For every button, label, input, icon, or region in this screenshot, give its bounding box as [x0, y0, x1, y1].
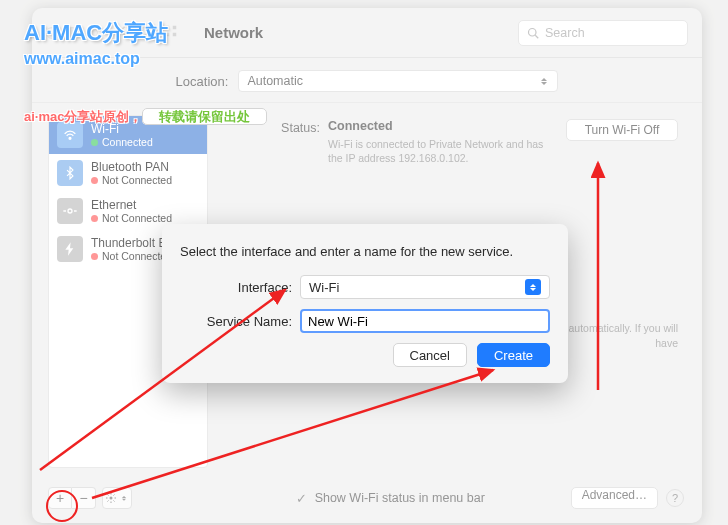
watermark: AI·MAC分享站 www.aimac.top — [24, 18, 168, 68]
watermark-url: www.aimac.top — [24, 50, 168, 68]
watermark-note: ai·mac分享站原创，转载请保留出处 — [24, 108, 267, 126]
cancel-button[interactable]: Cancel — [393, 343, 467, 367]
sheet-message: Select the interface and enter a name fo… — [180, 244, 550, 259]
interface-label: Interface: — [180, 280, 292, 295]
interface-value: Wi-Fi — [309, 280, 339, 295]
chevron-updown-icon — [525, 279, 541, 295]
service-name-label: Service Name: — [180, 314, 292, 329]
interface-select[interactable]: Wi-Fi — [300, 275, 550, 299]
service-name-input[interactable] — [300, 309, 550, 333]
watermark-title: AI·MAC分享站 — [24, 18, 168, 48]
create-button[interactable]: Create — [477, 343, 550, 367]
new-service-sheet: Select the interface and enter a name fo… — [162, 224, 568, 383]
